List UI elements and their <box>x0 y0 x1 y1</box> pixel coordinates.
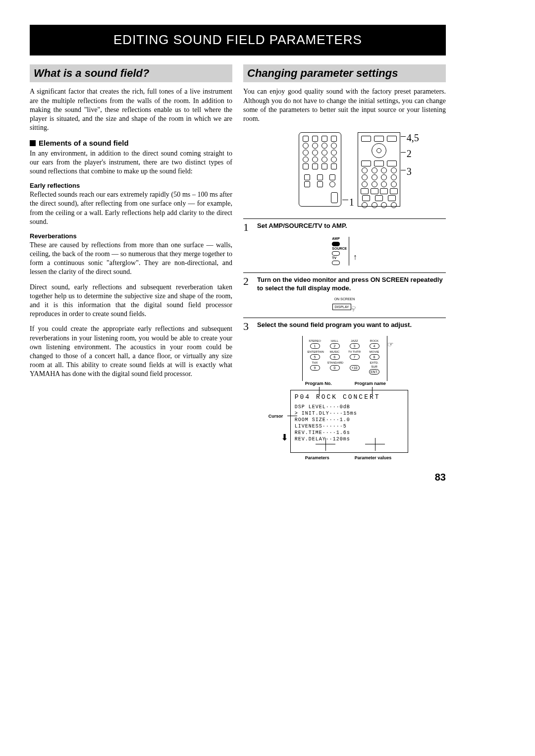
two-column-layout: What is a sound field? A significant fac… <box>30 64 446 456</box>
callout-1: 1 <box>349 196 354 209</box>
callout-45: 4,5 <box>407 131 419 144</box>
early-paragraph: Reflected sounds reach our ears extremel… <box>30 190 232 226</box>
osd-line-5: REV.DELAY··120ms <box>295 436 404 442</box>
callout-2: 2 <box>407 147 412 160</box>
switch-tv-label: TV <box>332 256 336 260</box>
parameter-values-label: Parameter values <box>355 455 392 461</box>
prog-rock: ROCK <box>370 339 378 342</box>
prog-movie: MOVIE <box>370 350 379 353</box>
on-screen-label: ON SCREEN <box>334 297 355 301</box>
osd-screen: P04 ROCK CONCERT DSP LEVEL····0dB > INIT… <box>290 390 408 453</box>
osd-title-line: P04 ROCK CONCERT <box>295 393 404 402</box>
step-2-number: 2 <box>243 276 252 293</box>
arrow-up-icon: ↑ <box>353 252 357 263</box>
step-1-figure: AMP SOURCE TV ↑ <box>243 237 446 266</box>
elements-heading-text: Elements of a sound field <box>39 139 129 147</box>
elements-heading: Elements of a sound field <box>30 138 232 148</box>
on-screen-display-button: ON SCREEN DISPLAY ☟ <box>332 297 356 310</box>
step-2-figure: ON SCREEN DISPLAY ☟ <box>243 297 446 311</box>
step-3-number: 3 <box>243 321 252 332</box>
osd-screen-figure: Program No. Program name Cursor P04 ROCK… <box>290 390 408 453</box>
osd-line-0: DSP LEVEL····0dB <box>295 404 404 410</box>
prog-entertain: ENTERTAIN <box>308 350 324 353</box>
prog-stereo: STEREO <box>309 339 321 342</box>
early-heading: Early reflections <box>30 182 232 190</box>
reverb-paragraph-1: These are caused by reflections from mor… <box>30 241 232 277</box>
right-heading: Changing parameter settings <box>243 64 446 83</box>
left-column: What is a sound field? A significant fac… <box>30 64 232 456</box>
hand-press-icon: ☞ <box>387 340 394 349</box>
step-3-text: Select the sound field program you want … <box>257 321 446 332</box>
left-heading: What is a sound field? <box>30 64 232 83</box>
right-intro: You can enjoy good quality sound with th… <box>243 87 446 123</box>
right-column: Changing parameter settings You can enjo… <box>243 64 446 456</box>
remote-left <box>299 132 341 207</box>
prog-thx: THX <box>312 361 318 364</box>
reverb-heading: Reverberations <box>30 232 232 241</box>
step-3: 3 Select the sound field program you wan… <box>243 318 446 332</box>
page-title-banner: EDITING SOUND FIELD PARAMETERS <box>30 25 446 55</box>
cursor-label: Cursor <box>268 414 283 420</box>
step-1-text: Set AMP/SOURCE/TV to AMP. <box>257 222 446 233</box>
elements-paragraph: In any environment, in addition to the d… <box>30 149 232 176</box>
program-name-label: Program name <box>355 381 386 387</box>
osd-line-4: REV.TIME····1.6s <box>295 430 404 436</box>
prog-tvthtr: TV THTR <box>348 350 361 353</box>
step-1-number: 1 <box>243 222 252 233</box>
remote-right <box>358 132 400 207</box>
callout-3: 3 <box>407 165 412 178</box>
program-no-label: Program No. <box>305 381 332 387</box>
osd-line-3: LIVENESS······5 <box>295 423 404 430</box>
square-bullet-icon <box>30 140 36 146</box>
left-intro: A significant factor that creates the ri… <box>30 87 232 132</box>
arrow-down-icon: ⬇ <box>281 432 288 443</box>
amp-source-tv-switch: AMP SOURCE TV <box>332 237 349 266</box>
step-2-text: Turn on the video monitor and press ON S… <box>257 276 446 293</box>
osd-line-2: ROOM SIZE····1.0 <box>295 417 404 423</box>
program-button-grid: STEREO1 HALL2 JAZZ3 ROCK4 ENTERTAIN5 MUS… <box>302 336 387 380</box>
step-2: 2 Turn on the video monitor and press ON… <box>243 272 446 293</box>
page-number: 83 <box>30 471 446 484</box>
prog-jazz: JAZZ <box>351 339 358 342</box>
prog-music: MUSIC <box>330 350 339 353</box>
reverb-paragraph-3: If you could create the appropriate earl… <box>30 324 232 378</box>
step-1: 1 Set AMP/SOURCE/TV to AMP. <box>243 218 446 233</box>
prog-extdsur: EXTD. SUR <box>370 361 379 368</box>
remote-diagram: 1 4,5 2 3 <box>248 132 451 207</box>
display-button-label: DISPLAY <box>332 304 351 310</box>
prog-standard: STANDARD <box>327 361 344 364</box>
step-3-figure: STEREO1 HALL2 JAZZ3 ROCK4 ENTERTAIN5 MUS… <box>243 336 446 452</box>
switch-source-label: SOURCE <box>332 247 347 250</box>
parameters-label: Parameters <box>305 455 329 461</box>
osd-line-1: > INIT.DLY····15ms <box>295 410 404 417</box>
reverb-paragraph-2: Direct sound, early reflections and subs… <box>30 283 232 319</box>
switch-amp-label: AMP <box>332 237 340 240</box>
prog-hall: HALL <box>331 339 338 342</box>
